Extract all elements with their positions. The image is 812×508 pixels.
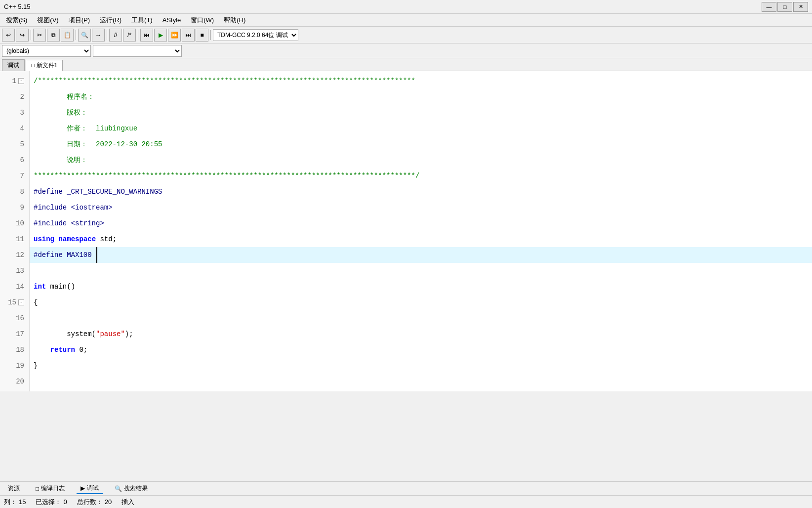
line-num-20: 20 [0, 374, 29, 389]
line-num-7: 7 [0, 168, 29, 184]
line-num-1: 1 - [0, 73, 29, 89]
status-col-label: 列： [4, 498, 17, 507]
menu-bar: 搜索(S)视图(V)项目(P)运行(R)工具(T)AStyle窗口(W)帮助(H… [0, 14, 812, 27]
secondary-dropdown[interactable] [93, 45, 182, 57]
bottom-tab-search[interactable]: 🔍 搜索结果 [111, 483, 152, 494]
line17-close: ); [125, 326, 133, 342]
line-num-11: 11 [0, 231, 29, 247]
uncomment-button[interactable]: /* [123, 29, 136, 42]
minimize-button[interactable]: — [762, 2, 776, 12]
cursor [92, 247, 97, 263]
code-line-15: { [30, 295, 812, 310]
replace-button[interactable]: ↔ [92, 29, 105, 42]
line14-main: main() [46, 279, 75, 295]
code-line-3: 版权： [30, 105, 812, 121]
code-line-10: #include <string> [30, 215, 812, 231]
bottom-tab-debug[interactable]: ▶ 调试 [77, 483, 103, 494]
copy-button[interactable]: ⧉ [47, 29, 60, 42]
tabs-bar: 调试 □ 新文件1 [0, 58, 812, 71]
code-line-9: #include <iostream> [30, 200, 812, 215]
line-num-8: 8 [0, 184, 29, 200]
menu-item-帮助(H)[interactable]: 帮助(H) [220, 15, 249, 26]
globals-dropdown[interactable]: (globals) [2, 45, 91, 57]
separator-1 [31, 30, 31, 40]
bottom-tab-resources-label: 资源 [8, 484, 20, 493]
menu-item-AStyle[interactable]: AStyle [159, 15, 185, 25]
bottom-panel: 资源 □ 编译日志 ▶ 调试 🔍 搜索结果 [0, 481, 812, 495]
paste-button[interactable]: 📋 [61, 29, 74, 42]
bottom-tab-search-label: 搜索结果 [124, 484, 148, 493]
redo-button[interactable]: ↪ [16, 29, 29, 42]
title-bar: C++ 5.15 — □ ✕ [0, 0, 812, 14]
line17-string: "pause" [96, 326, 125, 342]
menu-item-工具(T)[interactable]: 工具(T) [127, 15, 157, 26]
toolbar-secondary: (globals) [0, 43, 812, 58]
bottom-tab-compilelog-label: 编译日志 [41, 484, 65, 493]
code-area[interactable]: 1 - 2 3 4 5 6 7 8 9 10 11 12 13 14 15 - [0, 71, 812, 391]
toolbar-main: ↩ ↪ ✂ ⧉ 📋 🔍 ↔ // /* ⏮ ▶ ⏩ ⏭ ■ TDM-GCC 9.… [0, 27, 812, 43]
line11-namespace: namespace [58, 231, 96, 247]
separator-5 [210, 30, 211, 40]
line9-text: #include <iostream> [34, 200, 113, 215]
app-title: C++ 5.15 [4, 3, 31, 10]
editor-area: 1 - 2 3 4 5 6 7 8 9 10 11 12 13 14 15 - [0, 71, 812, 481]
maximize-button[interactable]: □ [777, 2, 792, 12]
line14-int: int [34, 279, 46, 295]
menu-item-视图(V)[interactable]: 视图(V) [33, 15, 62, 26]
line-num-9: 9 [0, 200, 29, 215]
code-line-12: #define MAX100 [30, 247, 812, 263]
separator-3 [107, 30, 107, 40]
bottom-tab-search-icon: 🔍 [115, 485, 122, 492]
line7-text: ****************************************… [34, 168, 419, 184]
bottom-tab-debug-label: 调试 [87, 484, 99, 492]
line-num-19: 19 [0, 358, 29, 374]
compiler-dropdown[interactable]: TDM-GCC 9.2.0 64位 调试 [213, 29, 298, 41]
line17-system: system( [34, 326, 96, 342]
line10-text: #include <string> [34, 215, 104, 231]
tab-debug-label: 调试 [7, 61, 19, 70]
step-button[interactable]: ⏮ [140, 29, 153, 42]
code-line-14: int main() [30, 279, 812, 295]
bottom-tab-compilelog[interactable]: □ 编译日志 [32, 483, 69, 494]
menu-item-窗口(W)[interactable]: 窗口(W) [187, 15, 218, 26]
window-controls: — □ ✕ [762, 2, 808, 12]
line-num-2: 2 [0, 89, 29, 105]
stop-button[interactable]: ■ [196, 29, 208, 42]
run-button[interactable]: ▶ [154, 29, 167, 42]
debug-run-button[interactable]: ⏩ [168, 29, 181, 42]
code-content[interactable]: /***************************************… [30, 71, 812, 391]
status-bar: 列： 15 已选择： 0 总行数： 20 插入 [0, 495, 812, 508]
line3-text: 版权： [34, 105, 87, 121]
line-num-12: 12 [0, 247, 29, 263]
line-num-13: 13 [0, 263, 29, 279]
code-line-7: ****************************************… [30, 168, 812, 184]
bottom-tab-debug-icon: ▶ [81, 485, 85, 492]
code-line-17: system("pause"); [30, 326, 812, 342]
code-line-5: 日期： 2022-12-30 20:55 [30, 136, 812, 152]
undo-button[interactable]: ↩ [2, 29, 15, 42]
tab-debug[interactable]: 调试 [2, 59, 25, 71]
code-line-2: 程序名： [30, 89, 812, 105]
line8-text: #define _CRT_SECURE_NO_WARNINGS [34, 184, 162, 200]
close-button[interactable]: ✕ [793, 2, 808, 12]
tab-newfile1-label: □ 新文件1 [31, 61, 57, 70]
tab-newfile1[interactable]: □ 新文件1 [26, 60, 63, 71]
comment-button[interactable]: // [109, 29, 122, 42]
line-num-16: 16 [0, 310, 29, 326]
search-button[interactable]: 🔍 [78, 29, 91, 42]
code-line-16 [30, 310, 812, 326]
fold-icon-1[interactable]: - [18, 78, 24, 84]
fold-icon-15[interactable]: - [18, 299, 24, 305]
menu-item-搜索(S)[interactable]: 搜索(S) [2, 15, 31, 26]
line12-text: #define MAX100 [34, 247, 92, 263]
step-over-button[interactable]: ⏭ [182, 29, 195, 42]
code-line-1: /***************************************… [30, 73, 812, 89]
menu-item-项目(P)[interactable]: 项目(P) [65, 15, 94, 26]
line-num-17: 17 [0, 326, 29, 342]
status-mode-value: 插入 [122, 498, 134, 507]
bottom-tab-resources[interactable]: 资源 [4, 483, 24, 494]
cut-button[interactable]: ✂ [33, 29, 46, 42]
menu-item-运行(R)[interactable]: 运行(R) [96, 15, 125, 26]
line18-return: return [50, 342, 75, 358]
line4-prefix: 作者： [34, 121, 96, 136]
